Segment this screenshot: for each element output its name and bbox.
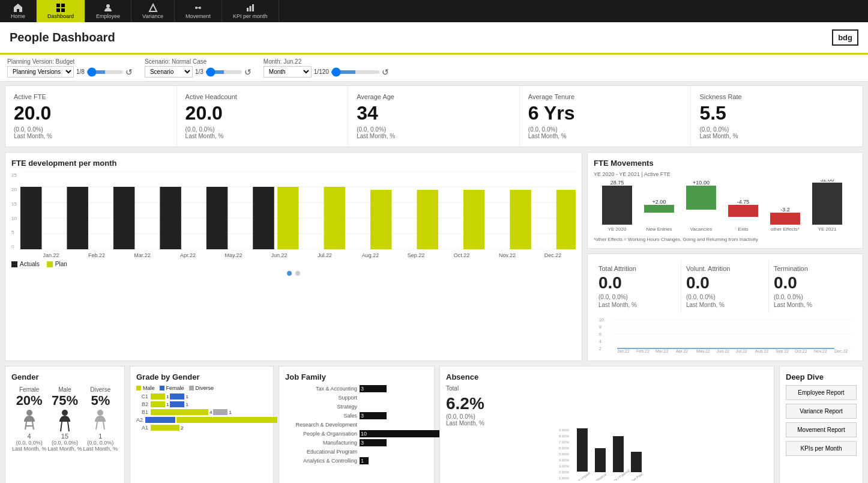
svg-rect-89 <box>577 428 588 472</box>
carousel-dot-2[interactable] <box>295 271 300 276</box>
kpi-age-sub1: (0.0, 0.0%) <box>357 126 511 133</box>
nav-dashboard[interactable]: Dashboard <box>37 0 85 22</box>
svg-text:5.00%: 5.00% <box>559 452 570 456</box>
attrition-termination: Termination 0.0 (0.0, 0.0%) Last Month, … <box>769 260 857 313</box>
kpi-fte-title: Active FTE <box>14 93 168 100</box>
fte-development-card: FTE development per month 25 20 15 10 5 … <box>5 152 582 361</box>
filter-mo-refresh[interactable]: ↺ <box>382 67 389 77</box>
svg-rect-40 <box>812 183 842 225</box>
svg-text:Exits: Exits <box>738 226 748 232</box>
logo: bdg <box>832 29 858 46</box>
attrition-term-value: 0.0 <box>774 273 852 293</box>
attrition-voluntary: Volunt. Attrition 0.0 (0.0, 0.0%) Last M… <box>681 260 769 313</box>
svg-marker-5 <box>149 4 157 11</box>
fte-movements-chart: 28.75 +2.00 +10.00 -4.75 -3.2 32.80 <box>594 180 857 234</box>
jf-row-support: Support <box>285 394 428 401</box>
female-icon <box>21 409 38 433</box>
gender-diverse-pct: 5% <box>91 393 110 409</box>
kpi-age: Average Age 34 (0.0, 0.0%) Last Month, % <box>348 86 520 147</box>
svg-rect-22 <box>253 187 274 249</box>
svg-line-76 <box>68 422 69 431</box>
svg-rect-91 <box>613 436 624 472</box>
attrition-vol-sub1: (0.0, 0.0%) <box>686 294 764 300</box>
nav-kpi[interactable]: KPI per month <box>222 0 279 22</box>
nav-home[interactable]: Home <box>0 0 37 22</box>
nav-movement[interactable]: Movement <box>175 0 222 22</box>
filter-pv-refresh[interactable]: ↺ <box>125 67 133 77</box>
kpi-fte-sub1: (0.0, 0.0%) <box>14 126 168 133</box>
svg-text:Aug.22: Aug.22 <box>755 349 768 353</box>
svg-rect-20 <box>160 187 181 249</box>
attrition-vol-sub2: Last Month, % <box>686 302 764 308</box>
svg-rect-21 <box>206 187 228 249</box>
filter-sc-refresh[interactable]: ↺ <box>244 67 252 77</box>
filter-mo-select[interactable]: Month <box>264 66 312 77</box>
filter-planning-version: Planning Version: Budget Planning Versio… <box>7 58 133 77</box>
svg-point-7 <box>199 7 201 9</box>
kpi-tenure-sub1: (0.0, 0.0%) <box>528 126 683 133</box>
gender-diverse-label: Diverse <box>90 386 110 393</box>
svg-rect-90 <box>595 448 606 472</box>
filter-sc-select[interactable]: Scenario <box>145 66 193 77</box>
deep-dive-variance-report[interactable]: Variance Report <box>786 404 857 419</box>
grade-title: Grade by Gender <box>136 372 267 381</box>
svg-rect-23 <box>277 187 298 249</box>
grade-row-c1: C1 1 1 <box>136 393 267 399</box>
kpi-sickness: Sickness Rate 5.5 (0.0, 0.0%) Last Month… <box>691 86 863 147</box>
svg-text:6: 6 <box>599 332 601 336</box>
gender-female-count: 4 <box>28 433 31 440</box>
svg-rect-19 <box>113 187 134 249</box>
nav-variance[interactable]: Variance <box>131 0 175 22</box>
svg-text:4: 4 <box>599 339 601 344</box>
svg-text:2.00%: 2.00% <box>559 470 570 474</box>
filter-pv-select[interactable]: Planning Versions <box>7 66 74 77</box>
male-icon <box>56 409 73 433</box>
svg-rect-38 <box>770 213 800 225</box>
filter-pv-label: Planning Version: Budget <box>7 58 133 65</box>
filter-bar: Planning Version: Budget Planning Versio… <box>0 55 868 82</box>
kpi-age-value: 34 <box>357 103 511 124</box>
grade-legend-male-dot <box>136 386 141 390</box>
filter-mo-slider[interactable] <box>331 70 379 74</box>
absence-subtitle: Total <box>446 385 768 392</box>
kpi-fte-sub2: Last Month, % <box>14 133 168 139</box>
svg-rect-34 <box>686 186 716 210</box>
svg-text:Sep.22: Sep.22 <box>776 349 789 353</box>
carousel-dot-1[interactable] <box>287 271 292 276</box>
svg-text:Nov.22: Nov.22 <box>814 349 827 353</box>
kpi-age-sub2: Last Month, % <box>357 133 511 139</box>
jf-row-tax: Tax & Accounting 3 <box>285 385 428 392</box>
grade-legend-diverse-dot <box>189 386 194 390</box>
svg-rect-2 <box>56 8 60 12</box>
attrition-total-title: Total Attrition <box>598 265 676 272</box>
deep-dive-kpis-per-month[interactable]: KPIs per Month <box>786 441 857 456</box>
nav-employee[interactable]: Employee <box>85 0 131 22</box>
svg-point-77 <box>97 410 103 416</box>
kpi-hc-sub1: (0.0, 0.0%) <box>185 126 340 133</box>
svg-point-4 <box>106 4 110 8</box>
svg-text:YE 2021: YE 2021 <box>818 226 837 232</box>
svg-text:28.75: 28.75 <box>610 180 624 186</box>
fte-dev-chart <box>20 171 576 249</box>
grade-b2-male <box>151 401 165 407</box>
filter-sc-page: 1/3 <box>195 68 203 75</box>
job-family-title: Job Family <box>285 372 428 381</box>
attrition-total: Total Attrition 0.0 (0.0, 0.0%) Last Mon… <box>594 260 681 313</box>
gender-title: Gender <box>11 372 118 381</box>
deep-dive-movement-report[interactable]: Movement Report <box>786 422 857 437</box>
deep-dive-employee-report[interactable]: Employee Report <box>786 385 857 400</box>
grade-by-gender-card: Grade by Gender Male Female Diverse C1 1… <box>130 366 274 483</box>
filter-pv-slider[interactable] <box>87 70 123 74</box>
svg-text:9.00%: 9.00% <box>559 428 570 432</box>
grade-b1-male <box>151 409 208 415</box>
filter-sc-slider[interactable] <box>206 70 242 74</box>
kpi-row: Active FTE 20.0 (0.0, 0.0%) Last Month, … <box>5 85 863 147</box>
svg-rect-8 <box>247 8 249 11</box>
filter-sc-label: Scenario: Normal Case <box>145 58 252 65</box>
kpi-hc-sub2: Last Month, % <box>185 133 340 139</box>
grade-legend: Male Female Diverse <box>136 385 267 391</box>
svg-text:7.00%: 7.00% <box>559 440 570 444</box>
kpi-tenure: Average Tenure 6 Yrs (0.0, 0.0%) Last Mo… <box>520 86 692 147</box>
kpi-sick-title: Sickness Rate <box>699 93 854 100</box>
nav-kpi-label: KPI per month <box>233 13 268 19</box>
